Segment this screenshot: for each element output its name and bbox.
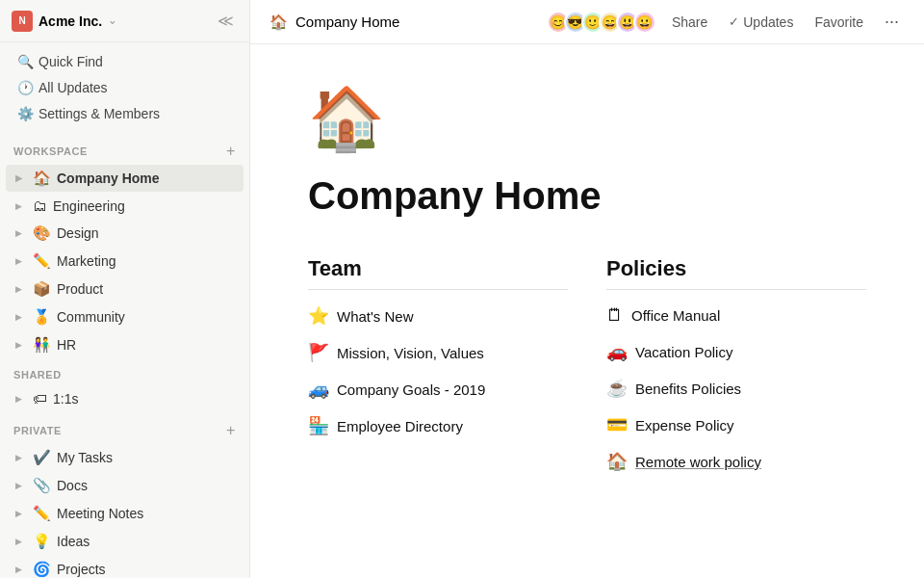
projects-label: Projects <box>57 562 106 577</box>
engineering-icon: 🗂 <box>33 197 47 214</box>
policies-link-remote-work[interactable]: 🏠 Remote work policy <box>606 443 866 480</box>
meeting-notes-label: Meeting Notes <box>57 506 143 521</box>
whats-new-label: What's New <box>337 308 414 325</box>
workspace-section-label: WORKSPACE + <box>0 133 249 164</box>
policies-section: Policies 🗒 Office Manual 🚗 Vacation Poli… <box>606 256 866 480</box>
chevron-icon: ▶ <box>15 256 25 266</box>
chevron-icon: ▶ <box>15 312 25 322</box>
settings-label: Settings & Members <box>38 106 160 121</box>
workspace-title[interactable]: N Acme Inc. ⌄ <box>12 11 116 32</box>
team-link-mission[interactable]: 🚩 Mission, Vision, Values <box>308 334 568 371</box>
updates-button[interactable]: ✓ Updates <box>723 12 799 33</box>
private-add-button[interactable]: + <box>226 422 236 439</box>
chevron-icon: ▶ <box>15 340 25 350</box>
chevron-icon: ▶ <box>15 453 25 462</box>
hr-label: HR <box>57 337 76 353</box>
projects-icon: 🌀 <box>33 561 51 578</box>
credit-card-icon: 💳 <box>606 414 628 435</box>
search-icon: 🔍 <box>17 54 33 69</box>
sidebar-item-meeting-notes[interactable]: ▶ ✏️ Meeting Notes <box>6 500 244 527</box>
ideas-label: Ideas <box>57 534 90 549</box>
coffee-icon: ☕ <box>606 378 628 399</box>
page-title: Company Home <box>308 174 866 218</box>
hr-icon: 👫 <box>33 336 51 354</box>
shared-items: ▶ 🏷 1:1s <box>0 384 249 412</box>
car-icon: 🚙 <box>308 379 329 400</box>
company-home-label: Company Home <box>57 171 160 186</box>
policies-heading: Policies <box>606 256 866 290</box>
quick-find-item[interactable]: 🔍 Quick Find <box>6 49 244 74</box>
team-link-whats-new[interactable]: ⭐ What's New <box>308 298 568 334</box>
workspace-add-button[interactable]: + <box>226 143 236 160</box>
topbar: 🏠 Company Home 😊 😎 🙂 😄 😃 😀 Share ✓ Updat… <box>250 0 924 44</box>
all-updates-label: All Updates <box>38 80 108 95</box>
team-link-employee-directory[interactable]: 🏪 Employee Directory <box>308 407 568 444</box>
ideas-icon: 💡 <box>33 533 51 550</box>
team-section: Team ⭐ What's New 🚩 Mission, Vision, Val… <box>308 256 568 480</box>
workspace-name: Acme Inc. <box>38 13 102 29</box>
sidebar-item-ideas[interactable]: ▶ 💡 Ideas <box>6 528 244 555</box>
policies-link-office-manual[interactable]: 🗒 Office Manual <box>606 298 866 333</box>
sidebar-item-design[interactable]: ▶ 🎨 Design <box>6 220 244 247</box>
team-items: ⭐ What's New 🚩 Mission, Vision, Values 🚙… <box>308 298 568 444</box>
flag-icon: 🚩 <box>308 342 329 363</box>
sidebar-item-marketing[interactable]: ▶ ✏️ Marketing <box>6 248 244 275</box>
sidebar-item-docs[interactable]: ▶ 📎 Docs <box>6 472 244 499</box>
marketing-label: Marketing <box>57 253 116 269</box>
settings-item[interactable]: ⚙️ Settings & Members <box>6 101 244 126</box>
all-updates-item[interactable]: 🕐 All Updates <box>6 75 244 100</box>
topbar-page-title: Company Home <box>295 13 399 30</box>
sidebar-item-engineering[interactable]: ▶ 🗂 Engineering <box>6 193 244 219</box>
benefits-policies-label: Benefits Policies <box>635 381 741 397</box>
page-icon: 🏠 <box>308 83 866 155</box>
page-content: 🏠 Company Home Team ⭐ What's New 🚩 Missi… <box>250 44 924 578</box>
meeting-notes-icon: ✏️ <box>33 505 51 522</box>
quick-find-label: Quick Find <box>38 54 103 69</box>
workspace-chevron: ⌄ <box>108 14 116 27</box>
share-button[interactable]: Share <box>666 12 713 33</box>
docs-label: Docs <box>57 478 88 493</box>
office-manual-label: Office Manual <box>631 307 720 324</box>
engineering-label: Engineering <box>53 198 125 214</box>
docs-icon: 📎 <box>33 477 51 494</box>
notebook-icon: 🗒 <box>606 305 624 326</box>
sections-grid: Team ⭐ What's New 🚩 Mission, Vision, Val… <box>308 256 866 480</box>
collapse-sidebar-button[interactable]: ≪ <box>214 10 238 32</box>
private-section-label: PRIVATE + <box>0 412 249 443</box>
design-label: Design <box>57 225 99 241</box>
collaborators-avatars: 😊 😎 🙂 😄 😃 😀 <box>547 11 656 34</box>
marketing-icon: ✏️ <box>33 252 51 270</box>
chevron-icon: ▶ <box>15 228 25 238</box>
share-label: Share <box>672 14 707 30</box>
more-options-button[interactable]: ··· <box>879 9 905 35</box>
sidebar-item-projects[interactable]: ▶ 🌀 Projects <box>6 556 244 578</box>
gear-icon: ⚙️ <box>17 106 33 121</box>
sidebar-item-hr[interactable]: ▶ 👫 HR <box>6 331 244 358</box>
store-icon: 🏪 <box>308 415 329 436</box>
1on1s-label: 1:1s <box>53 391 78 407</box>
team-heading: Team <box>308 256 568 290</box>
community-icon: 🏅 <box>33 308 51 326</box>
mission-label: Mission, Vision, Values <box>337 345 484 361</box>
chevron-icon: ▶ <box>15 173 25 183</box>
product-label: Product <box>57 281 103 297</box>
company-home-icon: 🏠 <box>33 170 51 187</box>
policies-link-vacation[interactable]: 🚗 Vacation Policy <box>606 333 866 370</box>
chevron-icon: ▶ <box>15 201 25 211</box>
policies-link-benefits[interactable]: ☕ Benefits Policies <box>606 370 866 407</box>
sidebar-item-my-tasks[interactable]: ▶ ✔️ My Tasks <box>6 444 244 471</box>
sidebar-item-company-home[interactable]: ▶ 🏠 Company Home <box>6 165 244 192</box>
topbar-page-emoji: 🏠 <box>270 13 288 31</box>
team-link-company-goals[interactable]: 🚙 Company Goals - 2019 <box>308 371 568 407</box>
sidebar-item-product[interactable]: ▶ 📦 Product <box>6 276 244 302</box>
sidebar-header: N Acme Inc. ⌄ ≪ <box>0 0 249 42</box>
workspace-items: ▶ 🏠 Company Home ▶ 🗂 Engineering ▶ 🎨 Des… <box>0 164 249 359</box>
favorite-button[interactable]: Favorite <box>808 12 869 33</box>
remote-work-label: Remote work policy <box>635 454 761 470</box>
sidebar-item-1on1s[interactable]: ▶ 🏷 1:1s <box>6 385 244 411</box>
policies-link-expense[interactable]: 💳 Expense Policy <box>606 407 866 443</box>
sidebar-item-community[interactable]: ▶ 🏅 Community <box>6 303 244 330</box>
1on1s-icon: 🏷 <box>33 390 47 407</box>
community-label: Community <box>57 309 125 325</box>
chevron-icon: ▶ <box>15 509 25 518</box>
